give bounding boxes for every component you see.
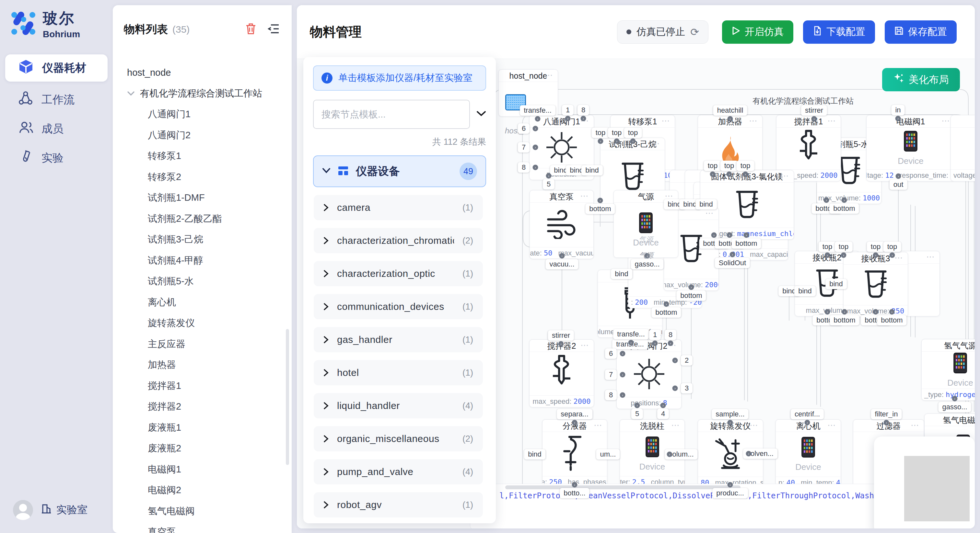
port-dot[interactable]: › <box>628 340 634 346</box>
port-chip-2[interactable]: 2 <box>681 355 692 366</box>
canvas-node-搅拌器2[interactable]: 搅拌器2⋯max_speed: 2000 <box>529 339 594 408</box>
port-dot[interactable]: › <box>896 116 901 121</box>
port-dot[interactable]: › <box>660 403 666 408</box>
port-dot[interactable]: › <box>581 116 586 121</box>
tree-item-4[interactable]: 试剂瓶1-DMF <box>113 187 288 209</box>
canvas-node-离心机[interactable]: 离心机⋯Devicep: 40min_temp: 4max_spe <box>775 419 841 489</box>
category-row-camera[interactable]: camera(1) <box>314 195 483 220</box>
category-row-pump_and_valve[interactable]: pump_and_valve(4) <box>314 459 483 484</box>
port-chip-SolidOut[interactable]: SolidOut <box>715 258 750 268</box>
sidebar-item-workflow[interactable]: 工作流 <box>5 86 108 113</box>
port-dot[interactable]: › <box>620 351 625 357</box>
port-chip-5[interactable]: 5 <box>631 409 643 419</box>
canvas-node-接收瓶3[interactable]: 接收瓶3⋯max_volume: 250 <box>843 252 908 317</box>
port-chip-in[interactable]: in <box>891 105 905 115</box>
simulation-status[interactable]: 仿真已停止 ⟳ <box>617 21 708 44</box>
port-dot[interactable]: › <box>727 171 732 177</box>
port-chip-stirrer[interactable]: stirrer <box>548 330 574 341</box>
node-menu-icon[interactable]: ⋯ <box>911 420 920 431</box>
category-row-communication_devices[interactable]: communication_devices(1) <box>314 294 483 319</box>
tree-item-3[interactable]: 转移泵2 <box>113 167 288 188</box>
tree-item-1[interactable]: 八通阀门2 <box>113 125 288 146</box>
tree-item-17[interactable]: 电磁阀1 <box>113 459 288 480</box>
category-row-liquid_handler[interactable]: liquid_handler(4) <box>314 393 483 418</box>
port-dot[interactable]: › <box>873 309 878 315</box>
port-dot[interactable]: › <box>559 253 565 259</box>
port-chip-top[interactable]: top <box>721 160 738 171</box>
sidebar-item-experiments[interactable]: 实验 <box>5 144 108 171</box>
port-chip-6[interactable]: 6 <box>605 348 617 359</box>
tree-item-7[interactable]: 试剂瓶4-甲醇 <box>113 250 288 271</box>
port-dot[interactable]: › <box>727 420 733 425</box>
port-dot[interactable]: › <box>664 301 669 307</box>
port-chip-bind[interactable]: bind <box>611 269 632 279</box>
node-menu-icon[interactable]: ⋯ <box>662 115 671 127</box>
port-dot[interactable]: › <box>727 233 732 238</box>
port-dot[interactable]: › <box>667 452 673 457</box>
port-dot[interactable]: › <box>952 396 958 401</box>
port-chip-1[interactable]: 1 <box>649 330 661 340</box>
port-chip-top[interactable]: top <box>867 241 885 252</box>
port-chip-bottom[interactable]: bottom <box>585 204 615 214</box>
sidebar-item-instruments[interactable]: 仪器耗材 <box>5 54 108 82</box>
tree-item-0[interactable]: 八通阀门1 <box>113 104 288 125</box>
port-dot[interactable]: › <box>842 198 847 203</box>
tree-item-11[interactable]: 主反应器 <box>113 334 288 355</box>
port-dot[interactable]: › <box>673 385 678 391</box>
port-dot[interactable]: › <box>805 420 810 425</box>
tree-item-8[interactable]: 试剂瓶5-水 <box>113 271 288 292</box>
tree-item-12[interactable]: 加热器 <box>113 355 288 376</box>
node-menu-icon[interactable]: ⋯ <box>580 190 590 202</box>
node-menu-icon[interactable]: ⋯ <box>544 70 554 81</box>
port-chip-produc[interactable]: produc... <box>712 488 748 498</box>
port-dot[interactable]: › <box>598 139 603 144</box>
port-chip-top[interactable]: top <box>835 241 853 252</box>
port-chip-top[interactable]: top <box>608 128 626 138</box>
port-chip-filter_in[interactable]: filter_in <box>871 409 902 419</box>
tree-item-16[interactable]: 废液瓶2 <box>113 438 288 459</box>
port-chip-transfe[interactable]: transfe... <box>613 329 649 339</box>
canvas-node-氢气气源[interactable]: 氢气气源⋯Device_type: hydrogenmax_pre <box>921 339 975 401</box>
sidebar-item-members[interactable]: 成员 <box>5 115 108 143</box>
category-row-organic_miscellaneous[interactable]: organic_miscellaneous(2) <box>314 426 483 451</box>
canvas-node-八通阀门2[interactable]: 八通阀门2⋯positions: 8 <box>616 339 681 409</box>
port-dot[interactable]: › <box>825 309 830 315</box>
node-menu-icon[interactable]: ⋯ <box>926 251 935 263</box>
trash-icon[interactable] <box>245 23 257 36</box>
refresh-icon[interactable]: ⟳ <box>690 26 699 38</box>
port-dot[interactable]: › <box>727 116 733 122</box>
canvas-node-card[interactable]: ⋯Devicevoltage: 12response_time: 0.1 <box>950 115 975 181</box>
canvas-node-protocols[interactable]: l,FilterProtocol,CleanVesselProtocol,Dis… <box>470 484 879 528</box>
port-chip-bind[interactable]: bind <box>581 165 603 176</box>
port-dot[interactable]: › <box>535 116 541 122</box>
node-menu-icon[interactable]: ⋯ <box>581 339 590 351</box>
port-dot[interactable]: › <box>620 372 625 378</box>
beautify-layout-button[interactable]: 美化布局 <box>882 68 960 91</box>
tree-item-20[interactable]: 真空泵 <box>113 522 288 533</box>
port-chip-8[interactable]: 8 <box>665 330 676 340</box>
minimap-viewport[interactable] <box>904 456 970 521</box>
tree-item-13[interactable]: 搅拌器1 <box>113 376 288 397</box>
node-menu-icon[interactable]: ⋯ <box>827 115 837 127</box>
download-config-button[interactable]: 下载配置 <box>803 21 875 44</box>
port-dot[interactable]: › <box>711 233 717 238</box>
port-dot[interactable]: › <box>746 451 751 457</box>
canvas-node-电磁阀1[interactable]: 电磁阀1⋯Devicevoltage: 12response_time: 0.1 <box>866 115 955 181</box>
tree-item-15[interactable]: 废液瓶1 <box>113 417 288 438</box>
port-dot[interactable]: › <box>710 171 716 177</box>
tree-item-5[interactable]: 试剂瓶2-乙酸乙酯 <box>113 209 288 230</box>
port-chip-top[interactable]: top <box>592 128 609 138</box>
port-dot[interactable]: › <box>730 252 735 257</box>
port-chip-sample[interactable]: sample... <box>712 409 748 419</box>
tree-item-19[interactable]: 氢气电磁阀 <box>113 501 288 522</box>
port-dot[interactable]: › <box>889 252 895 258</box>
port-chip-bottom[interactable]: bottom <box>732 238 761 249</box>
port-dot[interactable]: › <box>673 358 678 363</box>
node-menu-icon[interactable]: ⋯ <box>749 420 759 431</box>
port-dot[interactable]: › <box>668 341 673 346</box>
port-dot[interactable]: › <box>652 341 658 346</box>
port-chip-separa[interactable]: separa... <box>557 409 592 419</box>
port-chip-6[interactable]: 6 <box>518 124 530 134</box>
port-dot[interactable]: › <box>533 145 538 150</box>
port-chip-bind[interactable]: bind <box>524 449 546 460</box>
